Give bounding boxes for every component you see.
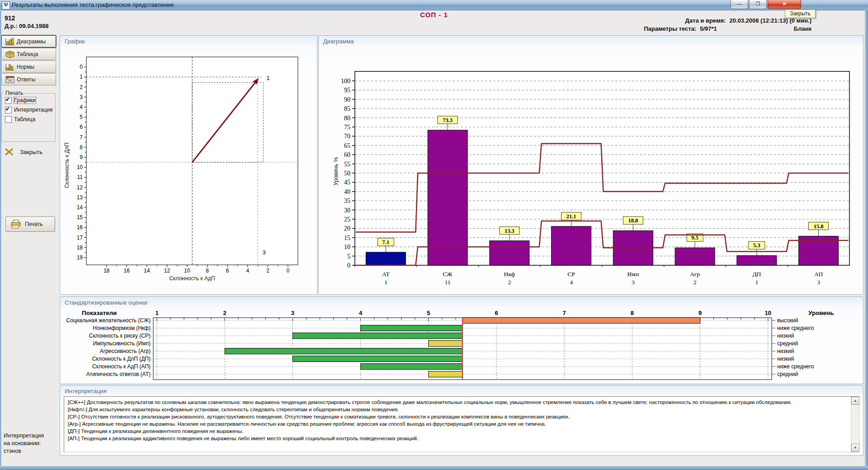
norms-chart-icon (5, 63, 15, 71)
svg-text:6: 6 (80, 124, 83, 130)
svg-text:5: 5 (427, 310, 430, 316)
svg-text:4: 4 (359, 310, 363, 316)
checkbox-label: Графики (14, 97, 36, 103)
svg-text:2: 2 (266, 268, 269, 274)
svg-text:55: 55 (344, 161, 350, 168)
scores-panel: Стандартизированные оценки ПоказателиУро… (60, 296, 863, 384)
svg-text:35: 35 (344, 197, 350, 204)
svg-text:Социальная желательность (СЖ): Социальная желательность (СЖ) (66, 317, 151, 324)
print-checkbox-graphics[interactable]: Графики (5, 96, 55, 104)
checkbox-checked-icon[interactable] (5, 107, 12, 113)
sten-bar-1 (462, 318, 700, 324)
svg-text:7: 7 (80, 134, 83, 141)
svg-text:9: 9 (80, 154, 83, 160)
sidebar-button-table[interactable]: Таблица (1, 48, 56, 60)
svg-text:5: 5 (347, 253, 350, 260)
svg-text:низкий: низкий (777, 348, 794, 354)
svg-text:Агр: Агр (690, 271, 700, 277)
sten-scores-chart: ПоказателиУровень12345678910Социальная ж… (60, 297, 863, 385)
svg-text:высокий: высокий (777, 317, 798, 324)
svg-text:низкий: низкий (777, 333, 794, 339)
datetime-label: Дата и время: (685, 17, 726, 24)
svg-text:1: 1 (755, 279, 759, 286)
interpretation-line: [СР-] Отсутствие готовности к реализации… (68, 413, 841, 420)
diagram-panel: Диаграмма 051015202530354045505560657075… (318, 35, 863, 295)
bar-ДП (737, 255, 777, 265)
print-checkbox-table[interactable]: Таблица (5, 115, 55, 123)
svg-text:4: 4 (570, 279, 573, 286)
svg-text:Склонность к АдП: Склонность к АдП (169, 275, 215, 282)
sten-bar-2 (361, 325, 462, 331)
checkbox-unchecked-icon[interactable] (5, 116, 12, 123)
svg-text:18: 18 (104, 268, 110, 274)
svg-text:11: 11 (77, 174, 83, 180)
svg-text:5.3: 5.3 (753, 242, 760, 249)
svg-text:10: 10 (344, 244, 350, 250)
print-button-label: Печать (25, 221, 42, 227)
sidebar-button-diagrams[interactable]: Диаграммы (1, 35, 56, 47)
app-icon: Ψ (2, 1, 10, 9)
app-window: Ψ Результаты выполнения теста:графическо… (0, 0, 868, 470)
svg-text:Агрессивность (Агр): Агрессивность (Агр) (100, 348, 151, 354)
scroll-up-icon[interactable]: ▲ (851, 397, 859, 405)
svg-text:5: 5 (80, 114, 83, 120)
svg-text:1: 1 (80, 74, 83, 80)
svg-text:СЖ: СЖ (443, 271, 453, 277)
footnote-line: Интерпретация (4, 432, 44, 440)
scroll-down-icon[interactable]: ▼ (851, 444, 859, 452)
svg-text:6: 6 (495, 310, 498, 316)
svg-text:40: 40 (344, 188, 350, 195)
window-title: Результаты выполнения теста:графическое … (12, 1, 174, 8)
sidebar-button-norms[interactable]: Нормы (1, 61, 56, 73)
svg-text:15.8: 15.8 (814, 223, 824, 230)
checkbox-checked-icon[interactable] (5, 97, 12, 104)
svg-text:3: 3 (632, 279, 635, 286)
svg-text:средний: средний (777, 371, 798, 377)
svg-text:3: 3 (817, 279, 820, 286)
svg-text:Нкф: Нкф (504, 271, 515, 277)
svg-text:2: 2 (508, 279, 511, 286)
close-button[interactable]: Закрыть (3, 146, 55, 158)
svg-text:3: 3 (291, 310, 294, 316)
svg-text:50: 50 (344, 170, 350, 177)
checkbox-label: Таблица (14, 116, 35, 122)
answers-grid-icon (5, 75, 15, 84)
interpretation-panel-title: Интерпретация (65, 388, 107, 395)
svg-text:85: 85 (344, 105, 350, 112)
svg-text:1: 1 (155, 310, 158, 316)
print-button[interactable]: Печать (5, 216, 55, 232)
svg-text:ДП: ДП (752, 271, 761, 277)
svg-text:1: 1 (266, 75, 269, 81)
sidebar-button-label: Диаграммы (17, 38, 46, 45)
svg-text:2: 2 (80, 84, 83, 90)
svg-text:2: 2 (693, 279, 697, 286)
minimize-button[interactable]: — (731, 0, 748, 9)
close-window-button[interactable]: ✕ (768, 0, 801, 9)
svg-text:низкий: низкий (777, 356, 794, 362)
interpretation-line: [ДП-] Тенденции к реализации делинквентн… (68, 428, 841, 435)
bar-СЖ (428, 130, 467, 265)
footnote-line: стэнов (4, 447, 44, 455)
interpretation-textbox[interactable]: [СЖ++] Достоверность результатов по осно… (64, 396, 859, 452)
sten-bar-4 (429, 341, 462, 347)
birth-date: Д.р.: 09.04.1988 (5, 23, 48, 29)
sidebar-button-label: Ответы (17, 76, 35, 83)
deviation-scatter-plot: 0123456789101112131415161718191816141210… (60, 36, 317, 296)
restore-button[interactable]: ❐ (749, 0, 767, 9)
bar-Агр (675, 248, 715, 265)
svg-text:8: 8 (206, 268, 209, 274)
svg-text:8: 8 (80, 144, 83, 150)
svg-text:Склонность к ДлП: Склонность к ДлП (64, 142, 70, 188)
svg-text:100: 100 (341, 78, 350, 85)
window-frame-bottom (0, 466, 868, 470)
svg-text:16: 16 (124, 268, 130, 274)
interpretation-scrollbar[interactable]: ▲ ▼ (851, 397, 859, 452)
svg-text:21.1: 21.1 (566, 213, 576, 220)
svg-text:3: 3 (263, 249, 266, 256)
svg-text:75: 75 (344, 124, 350, 131)
print-checkbox-interpretation[interactable]: Интерпретация (5, 106, 55, 114)
svg-text:13.3: 13.3 (505, 228, 514, 234)
svg-text:7.1: 7.1 (382, 239, 390, 245)
sidebar-button-answers[interactable]: Ответы (1, 73, 56, 85)
svg-text:12: 12 (77, 184, 83, 191)
